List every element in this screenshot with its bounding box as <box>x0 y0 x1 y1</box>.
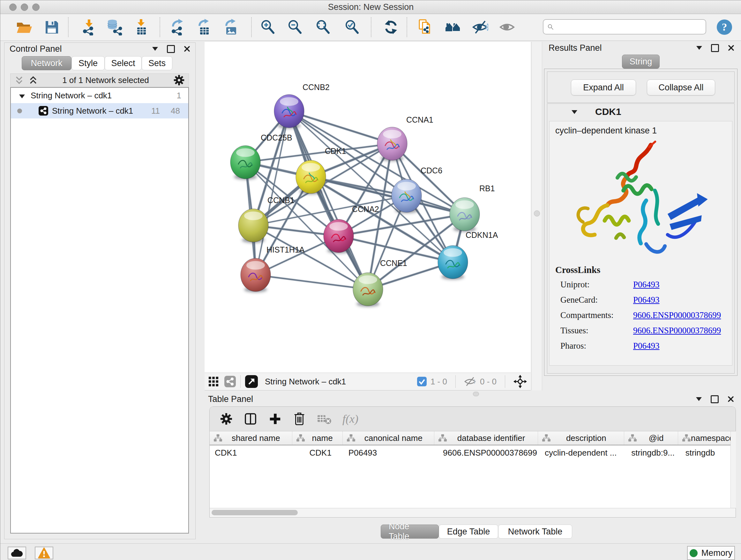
memory-label: Memory <box>701 548 733 558</box>
tab-network[interactable]: Network <box>22 56 71 70</box>
column-header[interactable]: database identifier <box>434 431 538 445</box>
search-input[interactable] <box>557 22 702 32</box>
import-network-from-database-icon[interactable] <box>106 18 123 36</box>
crosslink-pharos[interactable]: P06493 <box>633 341 660 351</box>
tab-string[interactable]: String <box>622 55 660 69</box>
node-label: HIST1H1A <box>266 245 305 254</box>
open-session-icon[interactable] <box>15 18 32 36</box>
column-header[interactable]: description <box>538 431 624 445</box>
birds-eye-grid-icon[interactable] <box>208 376 219 387</box>
column-header[interactable]: @id <box>624 431 678 445</box>
select-columns-icon[interactable] <box>244 412 258 426</box>
node-details: cyclin–dependent kinase 1 <box>549 121 732 366</box>
warnings-button[interactable] <box>35 547 53 559</box>
open-in-window-icon[interactable] <box>245 375 258 388</box>
panel-float-icon[interactable] <box>167 45 175 53</box>
node-label: RB1 <box>479 184 495 193</box>
gear-icon[interactable] <box>173 74 185 86</box>
node-table-box: f(x) shared name name canonical name dat… <box>209 407 736 517</box>
collapse-all-button[interactable]: Collapse All <box>647 79 715 96</box>
zoom-in-icon[interactable] <box>259 18 276 36</box>
zoom-selected-icon[interactable] <box>343 18 360 36</box>
node-label: CCNE1 <box>380 259 407 267</box>
save-session-icon[interactable] <box>43 18 60 36</box>
column-header[interactable]: shared name <box>210 431 292 445</box>
panel-close-icon[interactable] <box>184 46 190 52</box>
network-edge[interactable] <box>256 275 368 289</box>
network-row-selected[interactable]: String Network – cdk1 11 48 <box>11 103 188 118</box>
export-table-icon[interactable] <box>196 18 213 36</box>
table-panel: Table Panel f(x) shared name name canoni <box>206 393 738 529</box>
tab-sets[interactable]: Sets <box>142 56 172 70</box>
vertical-splitter[interactable] <box>531 42 542 390</box>
panel-menu-icon[interactable] <box>152 47 158 51</box>
tree-collapse-icon[interactable] <box>19 95 25 98</box>
vertical-splitter-grip[interactable] <box>534 210 540 216</box>
add-column-icon[interactable] <box>268 412 282 426</box>
duplicate-network-icon[interactable] <box>417 18 434 36</box>
export-image-icon[interactable] <box>222 18 240 36</box>
panel-menu-icon[interactable] <box>696 397 702 401</box>
network-svg[interactable]: CCNB2CCNA1CDC25BCDK1CDC6RB1CCNB1CCNA2CDK… <box>205 42 531 373</box>
memory-button[interactable]: Memory <box>687 546 735 560</box>
crosslink-tissues[interactable]: 9606.ENSP00000378699 <box>633 326 721 335</box>
toolbar-separator <box>159 17 160 37</box>
delete-column-icon[interactable] <box>293 412 306 426</box>
tab-select[interactable]: Select <box>105 56 142 70</box>
expand-all-icon[interactable] <box>28 75 38 85</box>
network-edge[interactable] <box>339 236 453 262</box>
cloud-button[interactable] <box>8 547 26 559</box>
panel-close-icon[interactable] <box>728 396 734 402</box>
eye-icon[interactable] <box>498 18 516 36</box>
hidden-eye-slash-icon[interactable] <box>464 376 476 387</box>
function-builder-button[interactable]: f(x) <box>342 412 358 426</box>
tab-network-table[interactable]: Network Table <box>498 524 572 539</box>
horizontal-scrollbar[interactable] <box>210 508 736 517</box>
node-label: CDKN1A <box>466 231 498 240</box>
node-label: CDC6 <box>421 166 442 175</box>
zoom-fit-icon[interactable] <box>314 18 332 36</box>
refresh-icon[interactable] <box>382 18 400 36</box>
memory-status-dot <box>690 549 697 557</box>
zoom-out-icon[interactable] <box>286 18 304 36</box>
crosslink-genecard[interactable]: P06493 <box>633 295 660 305</box>
panel-float-icon[interactable] <box>711 44 719 52</box>
table-row[interactable]: CDK1 CDK1 P06493 9606.ENSP00000378699 cy… <box>210 445 736 460</box>
crosslink-label: Pharos: <box>560 341 633 351</box>
export-network-icon[interactable] <box>169 18 186 36</box>
tab-edge-table[interactable]: Edge Table <box>439 524 498 539</box>
import-network-icon[interactable] <box>80 18 98 36</box>
vertical-scrollbar[interactable] <box>731 431 736 508</box>
network-edge[interactable] <box>289 111 392 144</box>
column-header[interactable]: name <box>292 431 343 445</box>
crosslink-label: Uniprot: <box>560 280 633 290</box>
selected-checkbox-icon[interactable] <box>417 377 427 386</box>
panel-float-icon[interactable] <box>711 395 719 403</box>
crosslink-uniprot[interactable]: P06493 <box>633 280 660 290</box>
crosslink-compartments[interactable]: 9606.ENSP00000378699 <box>633 310 721 320</box>
houses-icon[interactable] <box>444 18 461 36</box>
panel-close-icon[interactable] <box>728 45 734 51</box>
table-gear-icon[interactable] <box>220 413 232 425</box>
import-table-icon[interactable] <box>132 18 150 36</box>
expand-all-button[interactable]: Expand All <box>571 79 636 96</box>
control-panel: Control Panel Network Style Select Sets … <box>4 43 196 539</box>
crosshair-icon[interactable] <box>514 375 527 388</box>
tab-style[interactable]: Style <box>71 56 105 70</box>
delete-table-icon[interactable] <box>317 413 332 425</box>
crosslink-label: Tissues: <box>560 326 633 335</box>
network-collection-row[interactable]: String Network – cdk1 1 <box>11 88 188 103</box>
collapse-all-icon[interactable] <box>14 75 24 85</box>
network-label: String Network – cdk1 <box>52 106 133 116</box>
column-header[interactable]: namespace <box>678 431 736 445</box>
help-icon[interactable]: ? <box>716 18 733 36</box>
scrollbar-thumb[interactable] <box>212 510 298 515</box>
results-node-section: CDK1 cyclin–dependent kinase 1 <box>547 104 735 374</box>
hide-graphics-icon[interactable] <box>471 18 488 36</box>
tab-node-table[interactable]: Node Table <box>381 524 439 539</box>
network-share-icon[interactable] <box>224 376 236 387</box>
protein-structure-image <box>566 138 716 262</box>
column-header[interactable]: canonical name <box>343 431 434 445</box>
panel-menu-icon[interactable] <box>696 46 702 50</box>
section-collapse-icon[interactable] <box>571 110 577 114</box>
